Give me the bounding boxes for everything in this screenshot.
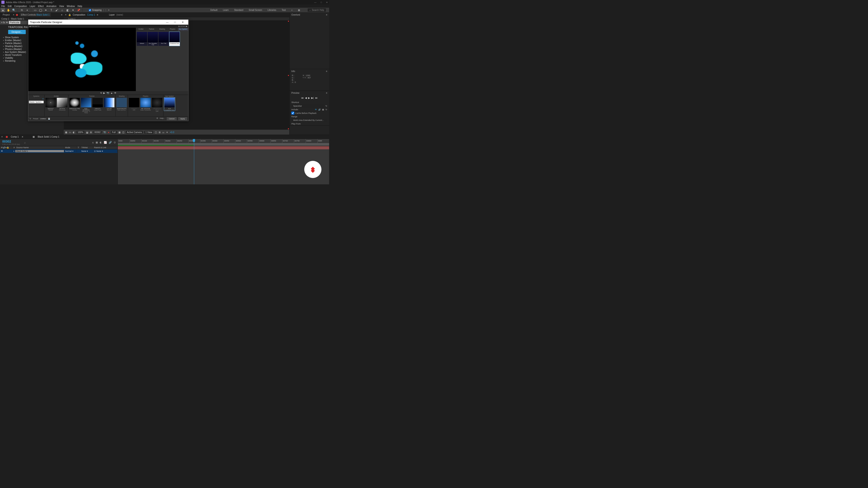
st-air[interactable]: AIR / BOUNCEScale Turbulence	[140, 98, 151, 112]
tl-icon-shy[interactable]: ⎋	[92, 141, 94, 144]
system-dd[interactable]: Master System	[29, 101, 43, 103]
expand-icon[interactable]: ▾	[1, 22, 2, 24]
ws-standard[interactable]: Standard	[234, 9, 243, 11]
type-tool-icon[interactable]: T	[49, 8, 53, 12]
puppet-tool-icon[interactable]: 📌	[76, 8, 81, 12]
selection-tool-icon[interactable]: ▲	[1, 8, 5, 12]
ws-libraries[interactable]: Libraries	[268, 9, 276, 11]
exposure[interactable]: +0.0	[170, 131, 174, 133]
ws-learn[interactable]: Learn	[223, 9, 229, 11]
comp-menu-icon[interactable]: ≡	[97, 13, 98, 16]
clone-tool-icon[interactable]: ⌂	[60, 8, 64, 12]
ws-grid-icon[interactable]: ▦	[298, 9, 300, 11]
tl-track[interactable]	[118, 146, 329, 184]
tl-icon-graph[interactable]: 📈	[104, 141, 107, 144]
handle-r[interactable]	[288, 75, 289, 76]
tl-menu-icon[interactable]: ≡	[22, 135, 23, 138]
fx-icon[interactable]: fx	[3, 21, 5, 24]
st-opac[interactable]: OPACITYLinear Fade	[92, 98, 103, 113]
blocks-toggle[interactable]: BLOCKS ▶	[178, 25, 187, 27]
hand-tool-icon[interactable]: ✋	[6, 8, 10, 12]
snap-opt2-icon[interactable]: ✧	[108, 9, 110, 11]
pv-rewind-icon[interactable]: ⟲	[100, 92, 102, 94]
block-streaklet[interactable]: Aux Streaklet Trail	[148, 32, 158, 46]
handle-tr[interactable]	[288, 21, 289, 22]
col-trk[interactable]: TrkMat	[81, 147, 88, 149]
last-frame-icon[interactable]: ⏭	[315, 96, 318, 99]
tl-icon-mb[interactable]: ◐	[100, 141, 102, 144]
preset-name[interactable]: Untitled	[40, 118, 46, 120]
snapping-checkbox[interactable]	[89, 9, 91, 11]
gear-icon[interactable]: ⚙	[156, 117, 158, 120]
close-tab-icon[interactable]: ×	[13, 13, 14, 16]
btab-physics[interactable]: Physics	[167, 28, 178, 31]
panel-menu-icon[interactable]: ≡	[61, 13, 62, 16]
help-link[interactable]: Help...	[160, 117, 165, 120]
zoom-tool-icon[interactable]: 🔍	[12, 8, 16, 12]
roto-tool-icon[interactable]: ✦	[71, 8, 75, 12]
alpha-icon[interactable]: ▭	[69, 131, 71, 133]
eye-icon[interactable]: 👁	[6, 21, 8, 24]
comp-tab-label[interactable]: Composition	[73, 13, 86, 16]
st-size[interactable]: SIZE / ROTATIONDecrease...d Flicke	[81, 98, 92, 113]
include-overlay-icon[interactable]: ▦	[322, 108, 324, 111]
tl-search-icon[interactable]: ⌕	[24, 141, 26, 144]
btab-emitter[interactable]: Emitter	[136, 28, 146, 31]
layer-trk[interactable]: None	[81, 150, 86, 152]
include-audio-icon[interactable]: 🔊	[318, 108, 321, 111]
btab-particle[interactable]: Particle	[146, 28, 157, 31]
snap-opt-icon[interactable]: ⋮⋮	[102, 9, 107, 11]
tr-icon[interactable]: ▦	[119, 131, 121, 133]
lock-icon[interactable]: 🔒	[68, 13, 71, 16]
pickwhip-icon[interactable]: ⊙	[94, 150, 96, 152]
close-icon[interactable]: ✕	[326, 1, 328, 4]
res-icon[interactable]: ⬓	[86, 131, 88, 133]
pv-eye-icon[interactable]: 👁	[114, 92, 116, 94]
minimize-icon[interactable]: —	[314, 1, 316, 4]
pv-play-icon[interactable]: ▶	[103, 92, 105, 94]
pv-cam-icon[interactable]: 📷	[106, 92, 109, 94]
close-comp-tab-icon[interactable]: ×	[65, 13, 66, 16]
grid-icon[interactable]: ⊞	[90, 131, 92, 133]
pan-behind-icon[interactable]: ⌖	[25, 8, 29, 12]
play-icon[interactable]: ▶	[308, 96, 310, 99]
maximize-icon[interactable]: □	[320, 1, 322, 4]
prop-shading[interactable]: Shading (Master)	[5, 45, 22, 47]
prop-rendering[interactable]: Rendering	[5, 60, 16, 62]
menu-layer[interactable]: Layer	[30, 5, 35, 7]
tl-tab-comp[interactable]: Comp 1	[11, 135, 19, 138]
menu-help[interactable]: Help	[78, 5, 82, 7]
st-aux[interactable]: AUXScattered Trail	[164, 98, 175, 111]
col-source[interactable]: Source Name	[16, 147, 29, 149]
reset-icon[interactable]: ↻	[326, 105, 327, 107]
info-menu-icon[interactable]: ≡	[326, 70, 327, 72]
tab-effect-controls[interactable]: Effect Controls	[21, 13, 36, 16]
range-dd[interactable]: Work Area Extended By Current...	[292, 119, 327, 122]
dlg-min-icon[interactable]: —	[163, 21, 171, 24]
current-time[interactable]: 00302	[2, 140, 23, 143]
layer-name[interactable]: Black Solid 1	[16, 150, 28, 152]
st-shadow[interactable]: SHADOWLETSMain and Aux	[116, 98, 127, 111]
tl-icon-snap[interactable]: 🔗	[109, 141, 112, 144]
cancel-button[interactable]: Cancel	[167, 117, 177, 120]
prop-physics[interactable]: Physics (Master)	[5, 48, 22, 51]
work-area[interactable]	[118, 143, 329, 146]
adj-icon[interactable]: ◫	[122, 131, 124, 133]
next-frame-icon[interactable]: ▶|	[311, 96, 314, 99]
prop-world[interactable]: World Transform	[5, 54, 22, 56]
view-icon3[interactable]: ⚏	[162, 131, 164, 133]
zoom-dd[interactable]: 100%	[76, 131, 84, 134]
brush-tool-icon[interactable]: 🖌	[55, 8, 59, 12]
mask-icon[interactable]: ◐	[73, 131, 75, 133]
time-display[interactable]: 00302	[94, 131, 102, 134]
menu-edit[interactable]: Edit	[8, 5, 11, 7]
col-parent[interactable]: Parent & Link	[94, 147, 106, 149]
first-frame-icon[interactable]: ⏮	[301, 96, 304, 99]
presets-toggle[interactable]: ◀ PRESETS	[29, 25, 39, 27]
eraser-tool-icon[interactable]: ◧	[66, 8, 70, 12]
fx-name[interactable]: Particular	[9, 21, 20, 24]
designer-preview[interactable]	[28, 28, 136, 91]
overlord-menu-icon[interactable]: ≡	[326, 13, 327, 16]
st-grav[interactable]: GRAVITYOFF	[129, 98, 140, 112]
ws-test[interactable]: Test	[282, 9, 286, 11]
